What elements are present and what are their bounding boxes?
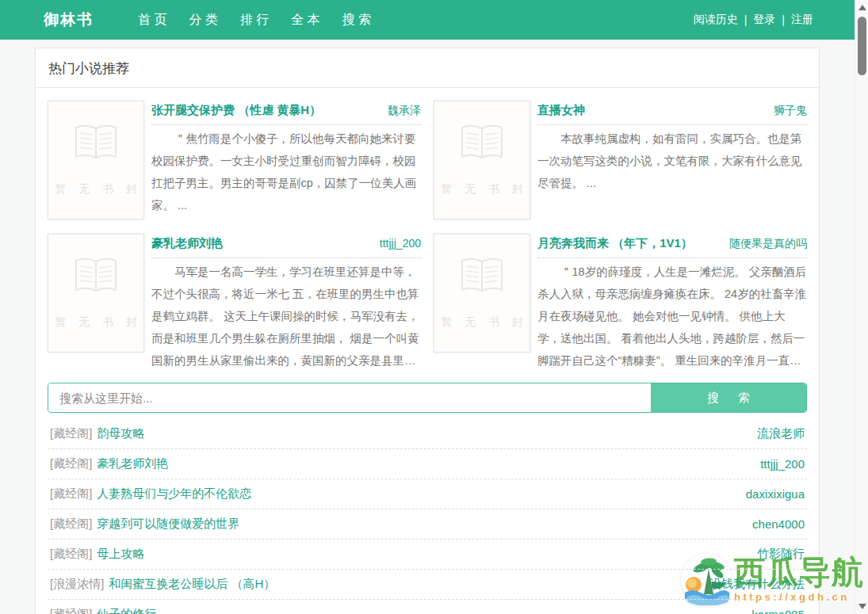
scrollbar[interactable] <box>855 0 868 614</box>
book-title-link[interactable]: 母上攻略 <box>97 547 144 562</box>
register-link[interactable]: 注册 <box>791 13 813 27</box>
book-list-row: [藏经阁] 韵母攻略 流浪老师 <box>48 419 807 449</box>
category-tag: [藏经阁] <box>50 426 92 441</box>
open-book-icon <box>457 257 507 296</box>
category-tag: [藏经阁] <box>50 517 92 532</box>
search-button[interactable]: 搜 索 <box>651 383 806 412</box>
nav-item-home[interactable]: 首 页 <box>138 12 166 29</box>
open-book-icon <box>71 257 120 296</box>
book-author-link[interactable]: daxixixigua <box>746 487 805 501</box>
scroll-down-arrow-icon[interactable] <box>858 604 866 609</box>
book-author-link[interactable]: 没钱我有什么办法 <box>709 577 805 592</box>
book-cover-placeholder[interactable]: 暂 无 书 封 <box>48 101 144 219</box>
search-section: 搜 索 <box>36 378 819 419</box>
book-cover-placeholder[interactable]: 暂 无 书 封 <box>434 234 530 353</box>
featured-books: 暂 无 书 封 张开腿交保护费 （性虐 黄暴H） 魏承泽 ＂焦竹雨是个小傻子，所… <box>36 88 819 378</box>
book-list-row: [藏经阁] 仙子的修行 karma085 <box>48 600 807 614</box>
card-head: 豪乳老师刘艳 tttjjj_200 <box>151 234 421 258</box>
book-title-link[interactable]: 豪乳老师刘艳 <box>151 236 223 251</box>
book-title-link[interactable]: 仙子的修行 <box>97 607 156 614</box>
scrollbar-thumb[interactable] <box>858 17 866 75</box>
card-head: 直播女神 狮子鬼 <box>537 101 807 125</box>
book-author-link[interactable]: tttjjj_200 <box>760 457 805 471</box>
card-main: 月亮奔我而来 （年下，1V1） 随便果是真的吗 ＂18岁的薛瑾度，人生是一滩烂泥… <box>537 234 807 372</box>
category-tag: [藏经阁] <box>50 456 92 471</box>
header: 御林书 首 页 分 类 排 行 全 本 搜 索 阅读历史 | 登录 | 注册 <box>0 0 855 40</box>
book-description: 马军是一名高一学生，学习在班里还算是中等，不过个头很高，将近一米七 五，在班里的… <box>151 261 421 372</box>
separator: | <box>782 13 785 26</box>
card-main: 豪乳老师刘艳 tttjjj_200 马军是一名高一学生，学习在班里还算是中等，不… <box>151 234 421 372</box>
open-book-icon <box>71 124 120 163</box>
nav-item-category[interactable]: 分 类 <box>189 12 217 29</box>
featured-book-card: 暂 无 书 封 张开腿交保护费 （性虐 黄暴H） 魏承泽 ＂焦竹雨是个小傻子，所… <box>48 101 421 219</box>
book-list-row: [藏经阁] 母上攻略 竹影随行 <box>48 540 807 570</box>
book-list: [藏经阁] 韵母攻略 流浪老师 [藏经阁] 豪乳老师刘艳 tttjjj_200 … <box>36 419 819 614</box>
separator: | <box>744 13 748 26</box>
no-cover-label: 暂 无 书 封 <box>50 315 142 330</box>
book-title-link[interactable]: 和闺蜜互换老公睡以后 （高H） <box>109 577 275 592</box>
card-head: 张开腿交保护费 （性虐 黄暴H） 魏承泽 <box>151 101 421 125</box>
book-title-link[interactable]: 人妻熟母们与少年的不伦欲恋 <box>97 486 251 501</box>
book-title-link[interactable]: 韵母攻略 <box>97 426 144 441</box>
featured-book-card: 暂 无 书 封 月亮奔我而来 （年下，1V1） 随便果是真的吗 ＂18岁的薛瑾度… <box>434 234 807 372</box>
site-logo[interactable]: 御林书 <box>44 10 94 30</box>
book-author-link[interactable]: chen4000 <box>752 517 805 531</box>
main-panel: 热门小说推荐 暂 无 书 封 张开腿交保护费 （性虐 黄暴H） 魏承泽 ＂焦竹雨 <box>35 48 820 614</box>
book-cover-placeholder[interactable]: 暂 无 书 封 <box>434 101 530 219</box>
login-link[interactable]: 登录 <box>753 13 775 27</box>
category-tag: [藏经阁] <box>50 486 92 501</box>
book-description: ＂焦竹雨是个小傻子，所以他每天都向她来讨要校园保护费。一女主小时受过重创而智力障… <box>151 128 421 216</box>
book-list-row: [藏经阁] 人妻熟母们与少年的不伦欲恋 daxixixigua <box>48 479 807 509</box>
search-input[interactable] <box>48 383 651 412</box>
page: 御林书 首 页 分 类 排 行 全 本 搜 索 阅读历史 | 登录 | 注册 热… <box>0 0 855 614</box>
reading-history-link[interactable]: 阅读历史 <box>694 13 738 27</box>
open-book-icon <box>457 124 507 163</box>
featured-book-card: 暂 无 书 封 直播女神 狮子鬼 本故事纯属虚构，如有雷同，实属巧合。也是第一次… <box>434 101 807 219</box>
header-user-links: 阅读历史 | 登录 | 注册 <box>694 13 813 27</box>
book-author-link[interactable]: tttjjj_200 <box>380 237 421 250</box>
scroll-up-arrow-icon[interactable] <box>858 5 866 10</box>
category-tag: [藏经阁] <box>50 607 92 614</box>
nav-item-complete[interactable]: 全 本 <box>291 12 319 29</box>
section-title: 热门小说推荐 <box>36 48 819 88</box>
card-head: 月亮奔我而来 （年下，1V1） 随便果是真的吗 <box>537 234 807 258</box>
book-author-link[interactable]: karma085 <box>751 608 805 614</box>
book-author-link[interactable]: 流浪老师 <box>757 426 805 441</box>
no-cover-label: 暂 无 书 封 <box>436 182 528 196</box>
book-author-link[interactable]: 竹影随行 <box>757 547 805 562</box>
main-nav: 首 页 分 类 排 行 全 本 搜 索 <box>138 12 371 29</box>
book-description: 本故事纯属虚构，如有雷同，实属巧合。也是第一次动笔写这类的小说，文笔有限，大家有… <box>537 128 807 194</box>
book-list-row: [浪漫浓情] 和闺蜜互换老公睡以后 （高H） 没钱我有什么办法 <box>48 570 807 600</box>
book-title-link[interactable]: 月亮奔我而来 （年下，1V1） <box>537 236 693 251</box>
category-tag: [藏经阁] <box>50 547 92 562</box>
no-cover-label: 暂 无 书 封 <box>436 315 528 330</box>
book-description: ＂18岁的薛瑾度，人生是一滩烂泥。 父亲酗酒后杀人入狱，母亲恶病缠身瘫痪在床。 … <box>537 261 807 372</box>
search-box: 搜 索 <box>48 383 807 413</box>
book-author-link[interactable]: 魏承泽 <box>388 104 421 118</box>
book-list-row: [藏经阁] 豪乳老师刘艳 tttjjj_200 <box>48 449 807 479</box>
book-author-link[interactable]: 随便果是真的吗 <box>729 237 807 251</box>
book-author-link[interactable]: 狮子鬼 <box>774 104 807 118</box>
book-title-link[interactable]: 穿越到可以随便做爱的世界 <box>97 517 239 532</box>
featured-book-card: 暂 无 书 封 豪乳老师刘艳 tttjjj_200 马军是一名高一学生，学习在班… <box>48 234 421 372</box>
category-tag: [浪漫浓情] <box>50 577 104 592</box>
no-cover-label: 暂 无 书 封 <box>50 182 142 196</box>
book-title-link[interactable]: 直播女神 <box>537 103 585 118</box>
book-title-link[interactable]: 豪乳老师刘艳 <box>97 456 168 471</box>
book-cover-placeholder[interactable]: 暂 无 书 封 <box>48 234 144 353</box>
book-list-row: [藏经阁] 穿越到可以随便做爱的世界 chen4000 <box>48 509 807 540</box>
nav-item-ranking[interactable]: 排 行 <box>240 12 269 29</box>
card-main: 张开腿交保护费 （性虐 黄暴H） 魏承泽 ＂焦竹雨是个小傻子，所以他每天都向她来… <box>151 101 421 219</box>
card-main: 直播女神 狮子鬼 本故事纯属虚构，如有雷同，实属巧合。也是第一次动笔写这类的小说… <box>537 101 807 219</box>
book-title-link[interactable]: 张开腿交保护费 （性虐 黄暴H） <box>151 103 321 118</box>
nav-item-search[interactable]: 搜 索 <box>342 12 371 29</box>
